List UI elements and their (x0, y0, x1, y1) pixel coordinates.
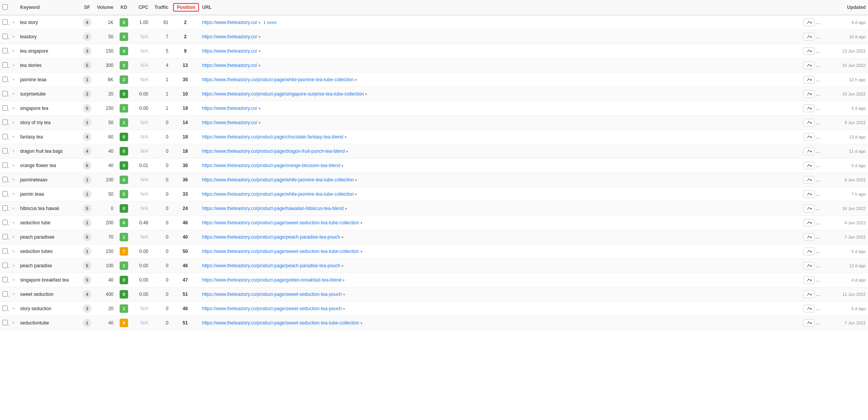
row-expand-cell[interactable]: + (9, 116, 18, 130)
row-url[interactable]: https://www.theteastory.co/ ▾ (200, 30, 800, 44)
row-url[interactable]: https://www.theteastory.co/product-page/… (200, 87, 800, 101)
serp-button[interactable]: SERP ▾ (817, 19, 833, 26)
row-checkbox-cell[interactable] (0, 302, 9, 316)
row-url[interactable]: https://www.theteastory.co/product-page/… (200, 273, 800, 287)
row-checkbox[interactable] (2, 220, 8, 225)
url-link[interactable]: https://www.theteastory.co/ (202, 120, 257, 125)
row-checkbox-cell[interactable] (0, 73, 9, 87)
row-checkbox[interactable] (2, 162, 8, 168)
row-expand-cell[interactable]: + (9, 58, 18, 73)
header-updated[interactable]: Updated (833, 0, 868, 15)
row-expand-cell[interactable]: + (9, 302, 18, 316)
trend-button[interactable]: ↗ ▾ (803, 19, 815, 26)
row-checkbox-cell[interactable] (0, 15, 9, 30)
row-checkbox[interactable] (2, 19, 8, 25)
row-checkbox-cell[interactable] (0, 273, 9, 287)
url-link[interactable]: https://www.theteastory.co/product-page/… (202, 263, 340, 268)
row-expand-cell[interactable]: + (9, 316, 18, 330)
url-dropdown-arrow[interactable]: ▾ (345, 135, 347, 139)
row-checkbox[interactable] (2, 105, 8, 111)
trend-button[interactable]: ↗ ▾ (803, 47, 815, 55)
row-url[interactable]: https://www.theteastory.co/product-page/… (200, 316, 800, 330)
row-url[interactable]: https://www.theteastory.co/product-page/… (200, 259, 800, 273)
row-checkbox[interactable] (2, 306, 8, 311)
trend-button[interactable]: ↗ ▾ (803, 104, 815, 112)
row-checkbox[interactable] (2, 62, 8, 68)
serp-button[interactable]: SERP ▾ (817, 262, 833, 269)
url-link[interactable]: https://www.theteastory.co/ (202, 63, 257, 68)
row-checkbox-cell[interactable] (0, 144, 9, 159)
url-dropdown-arrow[interactable]: ▾ (341, 235, 343, 239)
row-url[interactable]: https://www.theteastory.co/product-page/… (200, 287, 800, 302)
row-url[interactable]: https://www.theteastory.co/product-page/… (200, 302, 800, 316)
row-url[interactable]: https://www.theteastory.co/product-page/… (200, 244, 800, 259)
trend-button[interactable]: ↗ ▾ (803, 319, 815, 327)
row-checkbox-cell[interactable] (0, 316, 9, 330)
trend-button[interactable]: ↗ ▾ (803, 290, 815, 298)
serp-button[interactable]: SERP ▾ (817, 162, 833, 169)
trend-button[interactable]: ↗ ▾ (803, 133, 815, 141)
header-volume[interactable]: Volume (94, 0, 116, 15)
url-dropdown-arrow[interactable]: ▾ (343, 307, 345, 311)
url-link[interactable]: https://www.theteastory.co/product-page/… (202, 234, 340, 240)
url-dropdown-arrow[interactable]: ▾ (355, 192, 357, 196)
row-url[interactable]: https://www.theteastory.co/product-page/… (200, 159, 800, 173)
serp-button[interactable]: SERP ▾ (817, 119, 833, 126)
url-link[interactable]: https://www.theteastory.co/product-page/… (202, 191, 354, 197)
serp-button[interactable]: SERP ▾ (817, 176, 833, 183)
url-dropdown-arrow[interactable]: ▾ (259, 121, 261, 125)
trend-button[interactable]: ↗ ▾ (803, 119, 815, 126)
url-dropdown-arrow[interactable]: ▾ (345, 207, 347, 211)
url-dropdown-arrow[interactable]: ▾ (360, 321, 362, 325)
row-url[interactable]: https://www.theteastory.co/ ▾ 1 more (200, 15, 800, 30)
row-checkbox[interactable] (2, 48, 8, 53)
header-sf[interactable]: SF (80, 0, 94, 15)
header-position[interactable]: Position (171, 0, 200, 15)
trend-button[interactable]: ↗ ▾ (803, 248, 815, 255)
trend-button[interactable]: ↗ ▾ (803, 176, 815, 184)
row-url[interactable]: https://www.theteastory.co/product-page/… (200, 187, 800, 201)
trend-button[interactable]: ↗ ▾ (803, 305, 815, 312)
row-expand-cell[interactable]: + (9, 130, 18, 144)
url-dropdown-arrow[interactable]: ▾ (341, 164, 343, 168)
url-dropdown-arrow[interactable]: ▾ (343, 278, 345, 282)
row-expand-cell[interactable]: + (9, 216, 18, 230)
url-dropdown-arrow[interactable]: ▾ (341, 264, 343, 268)
row-url[interactable]: https://www.theteastory.co/product-page/… (200, 144, 800, 159)
url-dropdown-arrow[interactable]: ▾ (343, 292, 345, 297)
url-dropdown-arrow[interactable]: ▾ (259, 35, 261, 39)
header-kd[interactable]: KD (116, 0, 132, 15)
url-dropdown-arrow[interactable]: ▾ (259, 49, 261, 53)
row-expand-cell[interactable]: + (9, 144, 18, 159)
row-expand-cell[interactable]: + (9, 30, 18, 44)
row-checkbox-cell[interactable] (0, 44, 9, 58)
url-dropdown-arrow[interactable]: ▾ (360, 249, 362, 254)
trend-button[interactable]: ↗ ▾ (803, 33, 815, 41)
url-dropdown-arrow[interactable]: ▾ (259, 20, 261, 25)
row-url[interactable]: https://www.theteastory.co/product-page/… (200, 130, 800, 144)
row-expand-cell[interactable]: + (9, 187, 18, 201)
row-checkbox[interactable] (2, 91, 8, 96)
url-link[interactable]: https://www.theteastory.co/product-page/… (202, 292, 342, 297)
row-expand-cell[interactable]: + (9, 101, 18, 116)
row-checkbox[interactable] (2, 234, 8, 239)
serp-button[interactable]: SERP ▾ (817, 277, 833, 283)
serp-button[interactable]: SERP ▾ (817, 234, 833, 241)
url-more-link[interactable]: 1 more (263, 20, 276, 25)
trend-button[interactable]: ↗ ▾ (803, 61, 815, 69)
trend-button[interactable]: ↗ ▾ (803, 219, 815, 227)
url-dropdown-arrow[interactable]: ▾ (355, 178, 357, 182)
serp-button[interactable]: SERP ▾ (817, 62, 833, 69)
serp-button[interactable]: SERP ▾ (817, 48, 833, 55)
serp-button[interactable]: SERP ▾ (817, 133, 833, 140)
trend-button[interactable]: ↗ ▾ (803, 147, 815, 155)
serp-button[interactable]: SERP ▾ (817, 33, 833, 40)
serp-button[interactable]: SERP ▾ (817, 219, 833, 226)
row-url[interactable]: https://www.theteastory.co/ ▾ (200, 44, 800, 58)
row-url[interactable]: https://www.theteastory.co/ ▾ (200, 116, 800, 130)
row-checkbox[interactable] (2, 77, 8, 82)
row-expand-cell[interactable]: + (9, 73, 18, 87)
serp-button[interactable]: SERP ▾ (817, 76, 833, 83)
trend-button[interactable]: ↗ ▾ (803, 205, 815, 212)
header-cpc[interactable]: CPC (132, 0, 151, 15)
